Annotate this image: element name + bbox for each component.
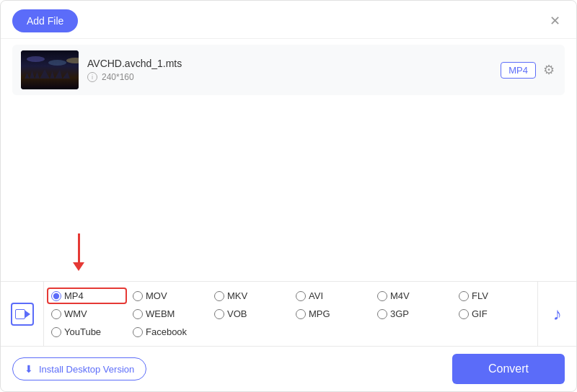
- format-option-mkv[interactable]: MKV: [210, 288, 290, 304]
- format-label-facebook: Facebook: [146, 326, 187, 337]
- install-desktop-button[interactable]: ⬇ Install Desktop Version: [12, 357, 146, 380]
- format-badge[interactable]: MP4: [501, 62, 536, 79]
- file-resolution: 240*160: [102, 72, 134, 82]
- format-option-m4v[interactable]: M4V: [373, 288, 453, 304]
- file-meta: i 240*160: [87, 72, 492, 82]
- format-label-avi: AVI: [309, 290, 323, 301]
- format-grid: MP4 MOV MKV AVI M4V FLV: [44, 282, 537, 346]
- main-window: Add File ✕ AVCHD.avchd_1.mts i 240*160 M…: [0, 0, 577, 392]
- format-option-avi[interactable]: AVI: [291, 288, 371, 304]
- settings-button[interactable]: ⚙: [542, 61, 556, 79]
- format-radio-3gp[interactable]: [377, 309, 387, 319]
- file-name: AVCHD.avchd_1.mts: [87, 58, 492, 69]
- format-option-vob[interactable]: VOB: [210, 306, 290, 322]
- format-option-flv[interactable]: FLV: [454, 288, 534, 304]
- format-label-flv: FLV: [472, 290, 488, 301]
- format-label-webm: WEBM: [146, 308, 175, 319]
- action-bar: ⬇ Install Desktop Version Convert: [1, 346, 576, 391]
- convert-button[interactable]: Convert: [452, 354, 565, 384]
- format-radio-mov[interactable]: [133, 291, 143, 301]
- format-radio-mkv[interactable]: [214, 291, 224, 301]
- format-option-3gp[interactable]: 3GP: [373, 306, 453, 322]
- info-icon[interactable]: i: [87, 72, 97, 82]
- install-label: Install Desktop Version: [39, 364, 134, 375]
- format-option-mp4[interactable]: MP4: [47, 288, 127, 304]
- format-panel: MP4 MOV MKV AVI M4V FLV: [1, 281, 576, 346]
- file-list: AVCHD.avchd_1.mts i 240*160 MP4 ⚙: [1, 39, 576, 223]
- music-icon: ♪: [553, 304, 562, 324]
- format-option-facebook[interactable]: Facebook: [128, 324, 208, 340]
- arrow-area: [1, 223, 576, 281]
- format-radio-wmv[interactable]: [51, 309, 61, 319]
- top-bar: Add File ✕: [1, 1, 576, 39]
- format-label-mpg: MPG: [309, 308, 330, 319]
- add-file-button[interactable]: Add File: [12, 9, 78, 32]
- file-actions: MP4 ⚙: [501, 61, 556, 79]
- format-radio-m4v[interactable]: [377, 291, 387, 301]
- format-label-mov: MOV: [146, 290, 167, 301]
- file-item: AVCHD.avchd_1.mts i 240*160 MP4 ⚙: [12, 45, 565, 95]
- format-radio-gif[interactable]: [459, 309, 469, 319]
- arrow-shaft: [78, 233, 80, 262]
- format-radio-mpg[interactable]: [296, 309, 306, 319]
- close-button[interactable]: ✕: [545, 13, 565, 29]
- format-option-mov[interactable]: MOV: [128, 288, 208, 304]
- format-option-webm[interactable]: WEBM: [128, 306, 208, 322]
- format-radio-mp4[interactable]: [51, 291, 61, 301]
- format-label-m4v: M4V: [390, 290, 410, 301]
- download-icon: ⬇: [25, 363, 33, 375]
- file-thumbnail: [21, 50, 79, 89]
- format-option-youtube[interactable]: YouTube: [47, 324, 127, 340]
- format-option-wmv[interactable]: WMV: [47, 306, 127, 322]
- format-label-3gp: 3GP: [390, 308, 409, 319]
- format-label-youtube: YouTube: [64, 326, 101, 337]
- format-label-mkv: MKV: [227, 290, 247, 301]
- format-radio-youtube[interactable]: [51, 327, 61, 337]
- file-info: AVCHD.avchd_1.mts i 240*160: [87, 58, 492, 82]
- format-label-vob: VOB: [227, 308, 247, 319]
- format-option-gif[interactable]: GIF: [454, 306, 534, 322]
- format-radio-vob[interactable]: [214, 309, 224, 319]
- audio-format-type-button[interactable]: ♪: [537, 282, 576, 346]
- arrow-indicator: [73, 233, 84, 271]
- arrow-head: [73, 262, 84, 271]
- format-label-mp4: MP4: [64, 290, 84, 301]
- thumbnail-image: [21, 50, 79, 89]
- format-radio-avi[interactable]: [296, 291, 306, 301]
- format-radio-flv[interactable]: [459, 291, 469, 301]
- video-format-type-button[interactable]: [1, 282, 44, 346]
- video-icon: [11, 303, 34, 326]
- format-radio-facebook[interactable]: [133, 327, 143, 337]
- format-label-gif: GIF: [472, 308, 488, 319]
- format-option-mpg[interactable]: MPG: [291, 306, 371, 322]
- format-radio-webm[interactable]: [133, 309, 143, 319]
- format-label-wmv: WMV: [64, 308, 87, 319]
